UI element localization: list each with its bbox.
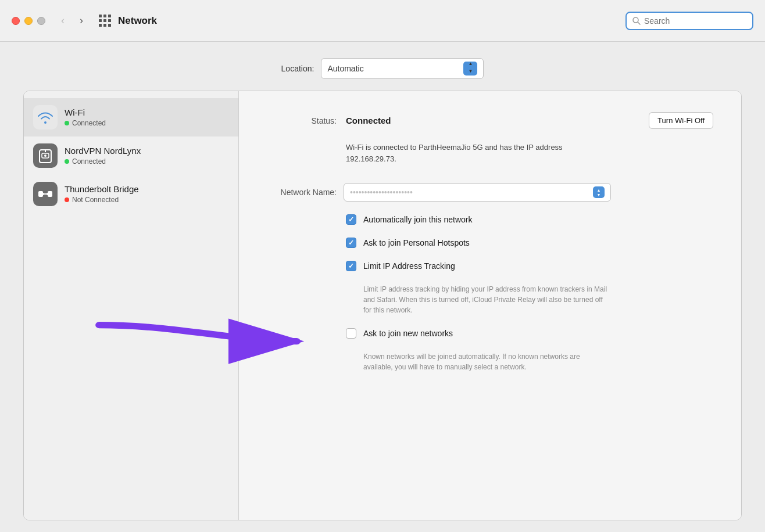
sidebar-item-thunderbolt[interactable]: Thunderbolt Bridge Not Connected	[24, 175, 238, 213]
network-name-label: Network Name:	[267, 188, 337, 197]
thunderbolt-item-info: Thunderbolt Bridge Not Connected	[65, 184, 139, 204]
wifi-status-label: Connected	[72, 119, 106, 127]
nordvpn-item-status: Connected	[65, 157, 141, 166]
auto-join-checkbox[interactable]: ✓	[346, 214, 356, 225]
limit-ip-label: Limit IP Address Tracking	[363, 261, 455, 271]
location-select[interactable]: Automatic ▲ ▼	[321, 58, 484, 79]
limit-ip-checkmark: ✓	[348, 263, 354, 269]
sidebar-item-wifi[interactable]: Wi-Fi Connected	[24, 98, 238, 136]
wifi-icon	[33, 105, 58, 130]
main-content: Location: Automatic ▲ ▼	[0, 42, 765, 532]
window-title: Network	[118, 15, 157, 27]
ask-hotspot-checkbox[interactable]: ✓	[346, 238, 356, 248]
status-field-label: Status:	[267, 116, 337, 125]
back-button[interactable]: ‹	[55, 13, 71, 29]
search-input[interactable]	[644, 16, 746, 26]
network-name-input-wrap: ▲ ▼	[344, 183, 611, 202]
thunderbolt-item-status: Not Connected	[65, 196, 139, 204]
ask-hotspot-row: ✓ Ask to join Personal Hotspots	[346, 238, 713, 248]
thunderbolt-status-label: Not Connected	[72, 196, 119, 204]
search-box[interactable]	[625, 12, 753, 30]
wifi-description: Wi-Fi is connected to ParthHeemaJio 5G a…	[346, 142, 613, 164]
ask-hotspot-label: Ask to join Personal Hotspots	[363, 238, 470, 247]
network-name-stepper-icon: ▲ ▼	[593, 186, 605, 198]
ask-hotspot-checkmark: ✓	[348, 239, 354, 246]
auto-join-checkmark: ✓	[348, 216, 354, 223]
wifi-status-dot	[65, 121, 69, 125]
location-row: Location: Automatic ▲ ▼	[23, 58, 742, 79]
sidebar: Wi-Fi Connected	[24, 91, 239, 520]
network-name-input[interactable]	[350, 188, 588, 197]
pane-area: Wi-Fi Connected	[23, 91, 742, 520]
location-label: Location:	[281, 64, 314, 73]
ask-new-networks-description: Known networks will be joined automatica…	[363, 351, 607, 372]
titlebar: ‹ › Network	[0, 0, 765, 42]
svg-line-1	[638, 22, 640, 24]
status-value: Connected	[346, 116, 391, 125]
auto-join-row: ✓ Automatically join this network	[346, 214, 713, 225]
wifi-item-info: Wi-Fi Connected	[65, 107, 106, 127]
forward-button[interactable]: ›	[73, 13, 90, 29]
turn-wifi-button[interactable]: Turn Wi-Fi Off	[649, 112, 713, 129]
limit-ip-description: Limit IP address tracking by hiding your…	[363, 284, 607, 315]
search-icon	[632, 17, 641, 25]
ask-new-networks-label: Ask to join new networks	[363, 329, 453, 338]
wifi-item-name: Wi-Fi	[65, 107, 106, 117]
thunderbolt-item-name: Thunderbolt Bridge	[65, 184, 139, 194]
location-stepper-icon: ▲ ▼	[463, 62, 477, 76]
thunderbolt-status-dot	[65, 197, 69, 202]
maximize-button[interactable]	[37, 17, 45, 25]
nordvpn-status-label: Connected	[72, 157, 106, 166]
status-row: Status: Connected Turn Wi-Fi Off	[267, 112, 713, 129]
app-grid-icon[interactable]	[99, 15, 111, 27]
ask-new-networks-checkbox[interactable]	[346, 328, 356, 339]
svg-point-9	[42, 193, 44, 195]
svg-point-4	[44, 154, 47, 157]
thunderbolt-icon	[33, 182, 58, 206]
nordvpn-item-name: NordVPN NordLynx	[65, 146, 141, 156]
nordvpn-icon	[33, 143, 58, 168]
location-value: Automatic	[327, 64, 459, 73]
limit-ip-checkbox[interactable]: ✓	[346, 261, 356, 271]
detail-pane: Status: Connected Turn Wi-Fi Off Wi-Fi i…	[239, 91, 741, 520]
ask-new-networks-row: Ask to join new networks	[346, 328, 713, 339]
auto-join-label: Automatically join this network	[363, 215, 473, 224]
traffic-lights	[12, 17, 45, 25]
limit-ip-row: ✓ Limit IP Address Tracking	[346, 261, 713, 271]
pane-wrapper: Wi-Fi Connected	[23, 91, 742, 520]
close-button[interactable]	[12, 17, 20, 25]
wifi-item-status: Connected	[65, 119, 106, 127]
minimize-button[interactable]	[24, 17, 33, 25]
nordvpn-item-info: NordVPN NordLynx Connected	[65, 146, 141, 166]
svg-point-10	[47, 193, 49, 195]
sidebar-item-nordvpn[interactable]: NordVPN NordLynx Connected	[24, 136, 238, 175]
network-name-row: Network Name: ▲ ▼	[267, 183, 713, 202]
nav-buttons: ‹ ›	[55, 13, 90, 29]
nordvpn-status-dot	[65, 159, 69, 164]
